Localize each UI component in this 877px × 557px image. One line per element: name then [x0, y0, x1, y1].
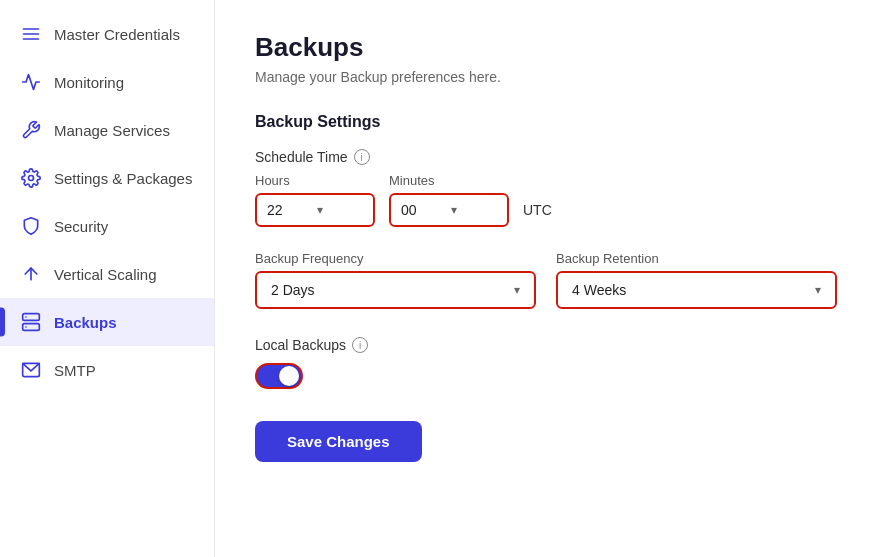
sidebar-item-security[interactable]: Security — [0, 202, 214, 250]
sidebar-item-label: Monitoring — [54, 74, 124, 91]
backup-retention-group: Backup Retention 4 Weeks ▾ — [556, 251, 837, 309]
sidebar-item-smtp[interactable]: SMTP — [0, 346, 214, 394]
vertical-scaling-icon — [20, 263, 42, 285]
schedule-time-label: Schedule Time i — [255, 149, 837, 165]
svg-rect-5 — [23, 314, 40, 321]
backup-retention-value: 4 Weeks — [572, 282, 626, 298]
settings-icon — [20, 167, 42, 189]
schedule-time-row: Hours 22 ▾ Minutes 00 ▾ UTC — [255, 173, 837, 227]
hours-group: Hours 22 ▾ — [255, 173, 375, 227]
svg-rect-6 — [23, 324, 40, 331]
main-content: Backups Manage your Backup preferences h… — [215, 0, 877, 557]
sidebar-item-label: SMTP — [54, 362, 96, 379]
backup-frequency-value: 2 Days — [271, 282, 315, 298]
schedule-time-info-icon[interactable]: i — [354, 149, 370, 165]
local-backups-label-row: Local Backups i — [255, 337, 837, 353]
toggle-thumb — [279, 366, 299, 386]
backup-frequency-group: Backup Frequency 2 Days ▾ — [255, 251, 536, 309]
smtp-icon — [20, 359, 42, 381]
active-indicator — [0, 308, 5, 337]
minutes-select[interactable]: 00 ▾ — [389, 193, 509, 227]
local-backups-info-icon[interactable]: i — [352, 337, 368, 353]
sidebar: Master Credentials Monitoring Manage Ser… — [0, 0, 215, 557]
local-backups-label: Local Backups — [255, 337, 346, 353]
hours-select[interactable]: 22 ▾ — [255, 193, 375, 227]
save-changes-button[interactable]: Save Changes — [255, 421, 422, 462]
utc-label: UTC — [523, 202, 552, 218]
sidebar-item-label: Security — [54, 218, 108, 235]
shield-icon — [20, 215, 42, 237]
minutes-group: Minutes 00 ▾ — [389, 173, 509, 227]
backup-retention-arrow-icon: ▾ — [815, 283, 821, 297]
sidebar-item-vertical-scaling[interactable]: Vertical Scaling — [0, 250, 214, 298]
minutes-value: 00 — [401, 202, 431, 218]
minutes-arrow-icon: ▾ — [451, 203, 457, 217]
minutes-label: Minutes — [389, 173, 509, 188]
menu-icon — [20, 23, 42, 45]
page-subtitle: Manage your Backup preferences here. — [255, 69, 837, 85]
sidebar-item-label: Manage Services — [54, 122, 170, 139]
sidebar-item-monitoring[interactable]: Monitoring — [0, 58, 214, 106]
sidebar-item-settings-packages[interactable]: Settings & Packages — [0, 154, 214, 202]
backup-frequency-label: Backup Frequency — [255, 251, 536, 266]
sidebar-item-master-credentials[interactable]: Master Credentials — [0, 10, 214, 58]
local-backups-toggle[interactable] — [255, 363, 303, 389]
sidebar-item-backups[interactable]: Backups — [0, 298, 214, 346]
monitoring-icon — [20, 71, 42, 93]
page-title: Backups — [255, 32, 837, 63]
backup-frequency-arrow-icon: ▾ — [514, 283, 520, 297]
hours-value: 22 — [267, 202, 297, 218]
backup-frequency-select[interactable]: 2 Days ▾ — [255, 271, 536, 309]
local-backups-section: Local Backups i — [255, 337, 837, 393]
sidebar-item-label: Backups — [54, 314, 117, 331]
frequency-retention-row: Backup Frequency 2 Days ▾ Backup Retenti… — [255, 251, 837, 309]
section-title: Backup Settings — [255, 113, 837, 131]
manage-services-icon — [20, 119, 42, 141]
hours-label: Hours — [255, 173, 375, 188]
sidebar-item-manage-services[interactable]: Manage Services — [0, 106, 214, 154]
backup-retention-label: Backup Retention — [556, 251, 837, 266]
sidebar-item-label: Settings & Packages — [54, 170, 192, 187]
local-backups-toggle-wrapper[interactable] — [255, 363, 303, 389]
sidebar-item-label: Master Credentials — [54, 26, 180, 43]
backup-retention-select[interactable]: 4 Weeks ▾ — [556, 271, 837, 309]
backups-icon — [20, 311, 42, 333]
sidebar-item-label: Vertical Scaling — [54, 266, 157, 283]
svg-point-3 — [29, 176, 34, 181]
hours-arrow-icon: ▾ — [317, 203, 323, 217]
